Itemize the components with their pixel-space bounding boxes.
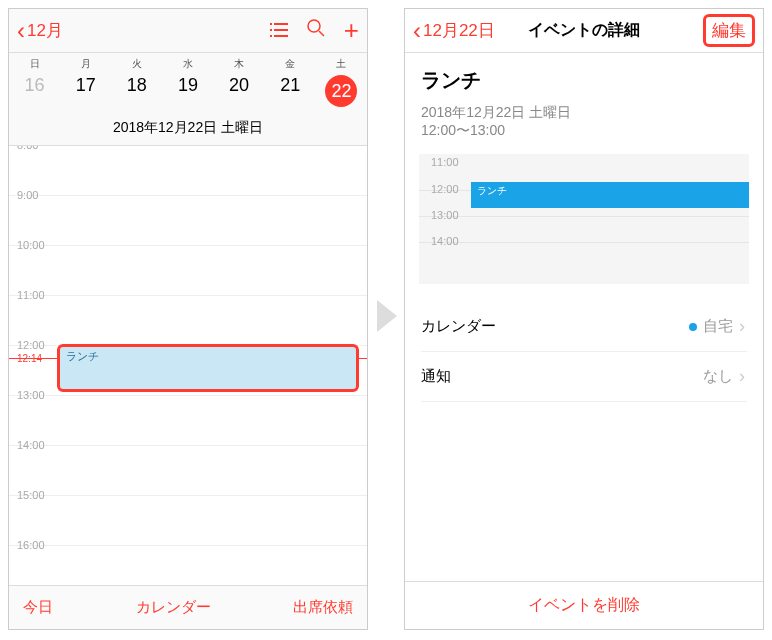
hour-label: 9:00: [17, 189, 38, 201]
hour-label: 16:00: [17, 539, 45, 551]
now-time-label: 12:14: [17, 353, 42, 364]
date-cell[interactable]: 19: [162, 75, 213, 107]
chevron-left-icon: ‹: [413, 19, 421, 43]
hour-label: 13:00: [17, 389, 45, 401]
row-label: カレンダー: [421, 317, 496, 336]
calendars-button[interactable]: カレンダー: [136, 598, 211, 617]
detail-body: ランチ 2018年12月22日 土曜日 12:00〜13:00 11:00 12…: [405, 53, 763, 402]
hour-label: 11:00: [17, 289, 45, 301]
add-icon[interactable]: +: [344, 15, 359, 46]
row-value: なし ›: [703, 366, 745, 387]
bottom-toolbar: 今日 カレンダー 出席依頼: [9, 585, 367, 629]
calendar-color-dot-icon: [689, 323, 697, 331]
hour-label: 10:00: [17, 239, 45, 251]
transition-arrow-icon: [377, 300, 397, 332]
weekday: 日: [9, 57, 60, 71]
nav-actions: +: [270, 15, 359, 46]
nav-bar: ‹ 12月 +: [9, 9, 367, 53]
date-cell[interactable]: 20: [214, 75, 265, 107]
event-time: 12:00〜13:00: [421, 122, 747, 140]
row-value: 自宅 ›: [689, 316, 745, 337]
inbox-button[interactable]: 出席依頼: [293, 598, 353, 617]
week-dates: 16 17 18 19 20 21 22: [9, 71, 367, 113]
full-date-label: 2018年12月22日 土曜日: [9, 113, 367, 146]
hour-label: 14:00: [17, 439, 45, 451]
edit-button[interactable]: 編集: [703, 14, 755, 47]
event-block[interactable]: ランチ: [57, 344, 359, 392]
hour-label: 8:00: [17, 146, 38, 151]
event-date: 2018年12月22日 土曜日: [421, 104, 747, 122]
hour-label: 13:00: [431, 209, 459, 221]
weekday: 金: [265, 57, 316, 71]
event-title: ランチ: [421, 67, 747, 94]
day-timeline[interactable]: 8:00 9:00 10:00 11:00 12:00 13:00 14:00 …: [9, 146, 367, 606]
nav-bar: ‹ 12月22日 イベントの詳細 編集: [405, 9, 763, 53]
event-detail-screen: ‹ 12月22日 イベントの詳細 編集 ランチ 2018年12月22日 土曜日 …: [404, 8, 764, 630]
date-cell[interactable]: 21: [265, 75, 316, 107]
back-label: 12月: [27, 19, 63, 42]
svg-point-0: [308, 20, 320, 32]
weekday: 水: [162, 57, 213, 71]
weekday: 土: [316, 57, 367, 71]
mini-timeline: 11:00 12:00 13:00 14:00 ランチ: [419, 154, 749, 284]
hour-label: 12:00: [431, 183, 459, 195]
chevron-left-icon: ‹: [17, 19, 25, 43]
list-icon[interactable]: [270, 19, 288, 42]
back-button[interactable]: ‹ 12月: [17, 19, 63, 43]
hour-label: 15:00: [17, 489, 45, 501]
hour-label: 11:00: [431, 156, 459, 168]
date-cell-selected[interactable]: 22: [316, 75, 367, 107]
calendar-row[interactable]: カレンダー 自宅 ›: [421, 302, 747, 352]
date-cell[interactable]: 17: [60, 75, 111, 107]
chevron-right-icon: ›: [739, 316, 745, 337]
weekday: 木: [214, 57, 265, 71]
delete-event-button[interactable]: イベントを削除: [405, 581, 763, 629]
week-day-header: 日 月 火 水 木 金 土: [9, 53, 367, 71]
hour-label: 12:00: [17, 339, 45, 351]
svg-line-1: [319, 31, 324, 36]
search-icon[interactable]: [306, 18, 326, 43]
back-label: 12月22日: [423, 19, 495, 42]
mini-event-block: ランチ: [471, 182, 749, 208]
date-cell[interactable]: 18: [111, 75, 162, 107]
chevron-right-icon: ›: [739, 366, 745, 387]
day-view-screen: ‹ 12月 + 日 月 火 水 木 金 土 16 17 18 19 20 21 …: [8, 8, 368, 630]
hour-label: 14:00: [431, 235, 459, 247]
row-label: 通知: [421, 367, 451, 386]
date-cell[interactable]: 16: [9, 75, 60, 107]
today-button[interactable]: 今日: [23, 598, 53, 617]
back-button[interactable]: ‹ 12月22日: [413, 19, 495, 43]
alert-row[interactable]: 通知 なし ›: [421, 352, 747, 402]
weekday: 月: [60, 57, 111, 71]
weekday: 火: [111, 57, 162, 71]
